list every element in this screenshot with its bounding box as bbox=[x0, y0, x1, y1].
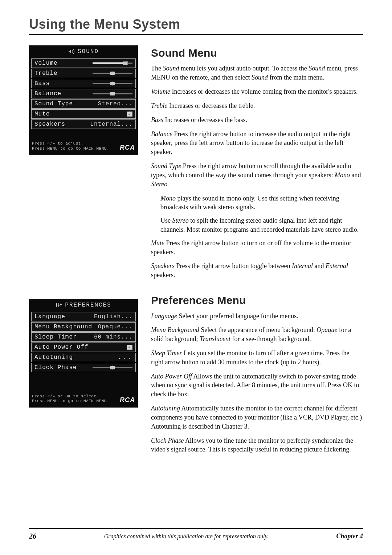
osd-spacer bbox=[29, 373, 138, 382]
row-label: Sound Type bbox=[34, 101, 73, 107]
clock-phase-slider[interactable] bbox=[93, 366, 132, 369]
term-language: Language bbox=[151, 312, 177, 320]
paragraph: Auto Power Off Allows the unit to automa… bbox=[151, 372, 363, 399]
osd-spacer bbox=[29, 382, 138, 392]
term-opaque: Opaque bbox=[317, 326, 337, 333]
paragraph: Mute Press the right arrow button to tur… bbox=[151, 239, 363, 257]
term-sound: Sound bbox=[309, 65, 325, 72]
bass-slider[interactable] bbox=[93, 82, 132, 85]
page-footer: 26 Graphics contained within this public… bbox=[29, 528, 363, 540]
sliders-icon bbox=[56, 303, 62, 308]
text: from the main menu. bbox=[268, 74, 324, 81]
osd-title: PREFERENCES bbox=[65, 302, 111, 308]
paragraph: The Sound menu lets you adjust audio out… bbox=[151, 64, 363, 82]
osd-row-treble[interactable]: Treble bbox=[31, 69, 136, 78]
osd-title: SOUND bbox=[78, 48, 99, 55]
paragraph: Speakers Press the right arrow button to… bbox=[151, 262, 363, 280]
paragraph: Sound Type Press the right arrow button … bbox=[151, 162, 363, 189]
row-label: Menu Background bbox=[34, 324, 92, 330]
osd-row-clock-phase[interactable]: Clock Phase bbox=[31, 363, 136, 372]
row-label: Speakers bbox=[34, 121, 65, 127]
content-columns: SOUND Volume Treble bbox=[29, 45, 363, 459]
paragraph: Treble Increases or decreases the treble… bbox=[151, 101, 363, 110]
paragraph-indent: Use Stereo to split the incoming stereo … bbox=[160, 216, 363, 234]
osd-row-sound-type[interactable]: Sound Type Stereo... bbox=[31, 99, 136, 109]
sound-osd-screenshot: SOUND Volume Treble bbox=[29, 45, 138, 155]
osd-row-language[interactable]: Language English... bbox=[31, 312, 136, 321]
row-label: Mute bbox=[34, 111, 50, 117]
term-stereo: Stereo bbox=[172, 217, 189, 224]
osd-row-speakers[interactable]: Speakers Internal... bbox=[31, 119, 136, 129]
text: to split the incoming stereo audio signa… bbox=[160, 217, 359, 233]
chapter-title: Using the Menu System bbox=[29, 17, 363, 32]
row-label: Clock Phase bbox=[34, 364, 77, 371]
term-autotuning: Autotuning bbox=[151, 405, 180, 412]
text: Use bbox=[160, 217, 172, 224]
osd-footer-text: Press «/» or OK to select. Press MENU to… bbox=[32, 394, 109, 404]
text: Increases or decreases the bass. bbox=[163, 116, 247, 123]
text: Select the appearance of menu background… bbox=[199, 326, 317, 333]
page-number: 26 bbox=[29, 532, 36, 540]
osd-header: PREFERENCES bbox=[29, 299, 138, 311]
text: for a see-through background. bbox=[230, 335, 311, 343]
paragraph: Bass Increases or decreases the bass. bbox=[151, 116, 363, 125]
osd-row-menu-bg[interactable]: Menu Background Opaque... bbox=[31, 322, 136, 332]
treble-slider[interactable] bbox=[93, 72, 132, 75]
rca-logo: RCA bbox=[120, 396, 135, 404]
term-sound-type: Sound Type bbox=[151, 162, 181, 170]
mute-check-icon: ✓ bbox=[127, 112, 132, 117]
left-column: SOUND Volume Treble bbox=[29, 45, 138, 459]
text: Increases or decreases the treble. bbox=[167, 102, 255, 109]
term-treble: Treble bbox=[151, 102, 167, 109]
row-label: Language bbox=[34, 313, 65, 320]
paragraph: Clock Phase Allows you to fine tune the … bbox=[151, 436, 363, 454]
svg-rect-4 bbox=[58, 305, 60, 306]
svg-rect-3 bbox=[56, 304, 57, 305]
row-label: Sleep Timer bbox=[34, 334, 77, 340]
preferences-osd-screenshot: PREFERENCES Language English... Menu Bac… bbox=[29, 299, 138, 408]
text: Press the right arrow button to increase… bbox=[151, 130, 351, 156]
svg-rect-1 bbox=[58, 303, 59, 307]
term-internal: Internal bbox=[292, 262, 313, 270]
text: and bbox=[313, 262, 326, 270]
osd-list: Volume Treble Bass bbox=[29, 58, 138, 129]
text: plays the sound in mono only. Use this s… bbox=[160, 195, 339, 211]
rca-logo: RCA bbox=[120, 144, 135, 151]
divider bbox=[29, 34, 363, 35]
row-label: Auto Power Off bbox=[34, 344, 88, 351]
term-balance: Balance bbox=[151, 130, 172, 138]
term-mono: Mono bbox=[160, 195, 176, 202]
text: speakers. bbox=[151, 271, 175, 279]
volume-slider[interactable] bbox=[93, 61, 132, 65]
osd-spacer bbox=[29, 130, 138, 139]
term-volume: Volume bbox=[151, 88, 170, 95]
row-value: 60 mins... bbox=[94, 334, 132, 340]
text: Increases or decreases the volume coming… bbox=[170, 88, 358, 95]
text: Select your preferred language for the m… bbox=[177, 312, 298, 320]
row-label: Autotuning bbox=[34, 354, 73, 361]
osd-row-auto-power-off[interactable]: Auto Power Off ✓ bbox=[31, 343, 136, 352]
text: and bbox=[350, 171, 361, 179]
osd-row-balance[interactable]: Balance bbox=[31, 89, 136, 98]
osd-row-sleep-timer[interactable]: Sleep Timer 60 mins... bbox=[31, 332, 136, 342]
row-value: Opaque... bbox=[98, 324, 132, 330]
osd-footer-text: Press «/» to adjust. Press MENU to go to… bbox=[32, 141, 109, 151]
term-external: External bbox=[326, 262, 348, 270]
paragraph: Sleep Timer Lets you set the monitor to … bbox=[151, 349, 363, 367]
balance-slider[interactable] bbox=[93, 92, 132, 96]
osd-row-autotuning[interactable]: Autotuning ... bbox=[31, 353, 136, 362]
row-value: Internal... bbox=[90, 121, 132, 127]
text: The bbox=[151, 65, 163, 72]
osd-row-volume[interactable]: Volume bbox=[31, 58, 136, 68]
apo-check-icon: ✓ bbox=[127, 345, 132, 350]
speaker-icon bbox=[68, 49, 75, 54]
osd-row-bass[interactable]: Bass bbox=[31, 79, 136, 88]
term-speakers: Speakers bbox=[151, 262, 175, 270]
osd-row-mute[interactable]: Mute ✓ bbox=[31, 109, 136, 119]
term-sound: Sound bbox=[163, 65, 179, 72]
term-translucent: Translucent bbox=[200, 335, 230, 343]
osd-footer: Press «/» or OK to select. Press MENU to… bbox=[29, 392, 138, 408]
row-label: Balance bbox=[34, 90, 61, 97]
section-title-sound: Sound Menu bbox=[151, 45, 363, 60]
paragraph: Language Select your preferred language … bbox=[151, 312, 363, 321]
